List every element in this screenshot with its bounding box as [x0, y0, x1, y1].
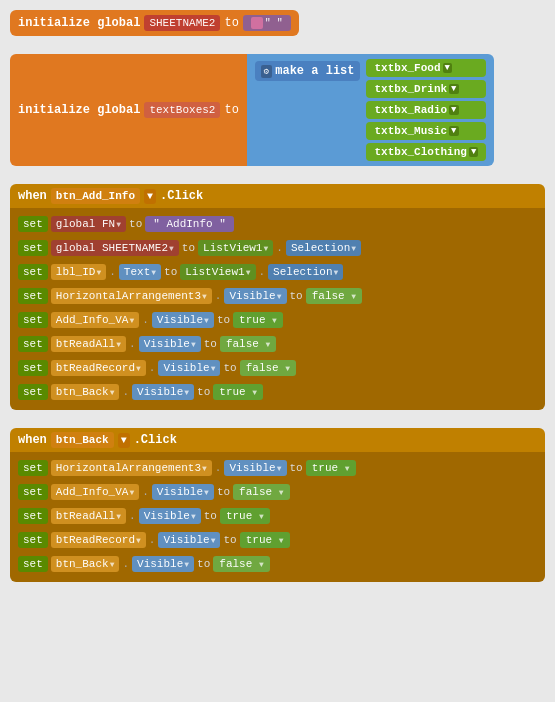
when-header-2: when btn_Back ▼ .Click [10, 428, 545, 452]
set-kw11: set [18, 508, 48, 524]
visible-prop-1[interactable]: Visible ▼ [224, 288, 286, 304]
set-row-ha3-vis-true: set HorizontalArrangement3 ▼ . Visible ▼… [18, 460, 537, 476]
addinfo-string: " AddInfo " [145, 216, 234, 232]
set-row-btreadall-vis: set btReadAll ▼ . Visible ▼ to false ▼ [18, 336, 537, 352]
btnback-comp-2[interactable]: btn_Back ▼ [51, 556, 120, 572]
dropdown-arrow: ▼ [469, 147, 478, 157]
to-kw3: to [164, 266, 177, 278]
visible-prop-10[interactable]: Visible ▼ [132, 556, 194, 572]
text-prop[interactable]: Text ▼ [119, 264, 161, 280]
btn-add-info-comp[interactable]: btn_Add_Info [51, 188, 140, 204]
visible-prop-2[interactable]: Visible ▼ [152, 312, 214, 328]
global-fn-var[interactable]: global FN ▼ [51, 216, 126, 232]
to-kw13: to [197, 558, 210, 570]
visible-prop-5[interactable]: Visible ▼ [132, 384, 194, 400]
visible-prop-4[interactable]: Visible ▼ [158, 360, 220, 376]
visible-prop-3[interactable]: Visible ▼ [139, 336, 201, 352]
init-label-1: initialize global [18, 16, 140, 30]
true-val-3: true ▼ [306, 460, 356, 476]
var-sheetname2[interactable]: SHEETNAME2 [144, 15, 220, 31]
false-val-1: false ▼ [306, 288, 362, 304]
set-kw5: set [18, 312, 48, 328]
set-row-sheetname2: set global SHEETNAME2 ▼ to ListView1 ▼ .… [18, 240, 537, 256]
make-list-label: make a list [275, 64, 354, 78]
btreadrecord-comp-2[interactable]: btReadRecord ▼ [51, 532, 146, 548]
when-label-2: when [18, 433, 47, 447]
dot-6: . [129, 338, 136, 350]
visible-prop-9[interactable]: Visible ▼ [158, 532, 220, 548]
set-kw4: set [18, 288, 48, 304]
set-row-btreadrecord-true: set btReadRecord ▼ . Visible ▼ to true ▼ [18, 532, 537, 548]
init-block-1: initialize global SHEETNAME2 to " " [10, 10, 545, 36]
set-kw2: set [18, 240, 48, 256]
list-item-music[interactable]: txtbx_Music ▼ [366, 122, 486, 140]
addinfova-comp[interactable]: Add_Info_VA ▼ [51, 312, 139, 328]
set-kw6: set [18, 336, 48, 352]
color-swatch [251, 17, 263, 29]
to-kw10: to [217, 486, 230, 498]
true-val-4: true ▼ [220, 508, 270, 524]
to-kw5: to [217, 314, 230, 326]
btreadrecord-comp[interactable]: btReadRecord ▼ [51, 360, 146, 376]
lblid-comp[interactable]: lbl_ID ▼ [51, 264, 106, 280]
dot-7: . [149, 362, 156, 374]
false-val-4: false ▼ [233, 484, 289, 500]
set-row-addinfova-vis: set Add_Info_VA ▼ . Visible ▼ to true ▼ [18, 312, 537, 328]
when-block-2: when btn_Back ▼ .Click set HorizontalArr… [10, 428, 545, 582]
set-row-btnback-false: set btn_Back ▼ . Visible ▼ to false ▼ [18, 556, 537, 572]
list-item-radio[interactable]: txtbx_Radio ▼ [366, 101, 486, 119]
visible-prop-6[interactable]: Visible ▼ [224, 460, 286, 476]
set-kw7: set [18, 360, 48, 376]
set-kw10: set [18, 484, 48, 500]
listview1-comp-2[interactable]: ListView1 ▼ [180, 264, 255, 280]
string-quotes: " " [265, 18, 283, 29]
to-kw7: to [223, 362, 236, 374]
dropdown-arrow-when1[interactable]: ▼ [144, 189, 156, 204]
dropdown-arrow-when2[interactable]: ▼ [118, 433, 130, 448]
dropdown-arrow: ▼ [449, 84, 458, 94]
global-sheetname2-var[interactable]: global SHEETNAME2 ▼ [51, 240, 179, 256]
list-item-food[interactable]: txtbx_Food ▼ [366, 59, 486, 77]
to-kw9: to [290, 462, 303, 474]
set-row-addinfova-false: set Add_Info_VA ▼ . Visible ▼ to false ▼ [18, 484, 537, 500]
btreadall-comp-2[interactable]: btReadAll ▼ [51, 508, 126, 524]
dot-12: . [149, 534, 156, 546]
to-kw8: to [197, 386, 210, 398]
selection-prop-2[interactable]: Selection ▼ [268, 264, 343, 280]
true-val-2: true ▼ [213, 384, 263, 400]
btreadall-comp[interactable]: btReadAll ▼ [51, 336, 126, 352]
dropdown-arrow: ▼ [449, 126, 458, 136]
list-item-clothing[interactable]: txtbx_Clothing ▼ [366, 143, 486, 161]
false-val-2: false ▼ [220, 336, 276, 352]
dot-4: . [215, 290, 222, 302]
set-row-btnback-vis: set btn_Back ▼ . Visible ▼ to true ▼ [18, 384, 537, 400]
when-header-1: when btn_Add_Info ▼ .Click [10, 184, 545, 208]
btn-back-comp[interactable]: btn_Back [51, 432, 114, 448]
true-val-5: true ▼ [240, 532, 290, 548]
dot-3: . [259, 266, 266, 278]
to-kw6: to [204, 338, 217, 350]
dot-11: . [129, 510, 136, 522]
addinfova-comp-2[interactable]: Add_Info_VA ▼ [51, 484, 139, 500]
selection-prop-1[interactable]: Selection ▼ [286, 240, 361, 256]
set-kw12: set [18, 532, 48, 548]
dot-9: . [215, 462, 222, 474]
event-label-2: .Click [134, 433, 177, 447]
dot-1: . [276, 242, 283, 254]
btnback-comp-1[interactable]: btn_Back ▼ [51, 384, 120, 400]
listview1-comp-1[interactable]: ListView1 ▼ [198, 240, 273, 256]
set-row-btreadall-true: set btReadAll ▼ . Visible ▼ to true ▼ [18, 508, 537, 524]
init-block-2: initialize global textBoxes2 to ⚙ make a… [10, 54, 545, 166]
set-kw9: set [18, 460, 48, 476]
to-kw2: to [182, 242, 195, 254]
ha3-comp[interactable]: HorizontalArrangement3 ▼ [51, 288, 212, 304]
set-kw8: set [18, 384, 48, 400]
ha3-comp-2[interactable]: HorizontalArrangement3 ▼ [51, 460, 212, 476]
when-label-1: when [18, 189, 47, 203]
var-textboxes2[interactable]: textBoxes2 [144, 102, 220, 118]
visible-prop-7[interactable]: Visible ▼ [152, 484, 214, 500]
false-val-3: false ▼ [240, 360, 296, 376]
list-item-drink[interactable]: txtbx_Drink ▼ [366, 80, 486, 98]
visible-prop-8[interactable]: Visible ▼ [139, 508, 201, 524]
event-label-1: .Click [160, 189, 203, 203]
